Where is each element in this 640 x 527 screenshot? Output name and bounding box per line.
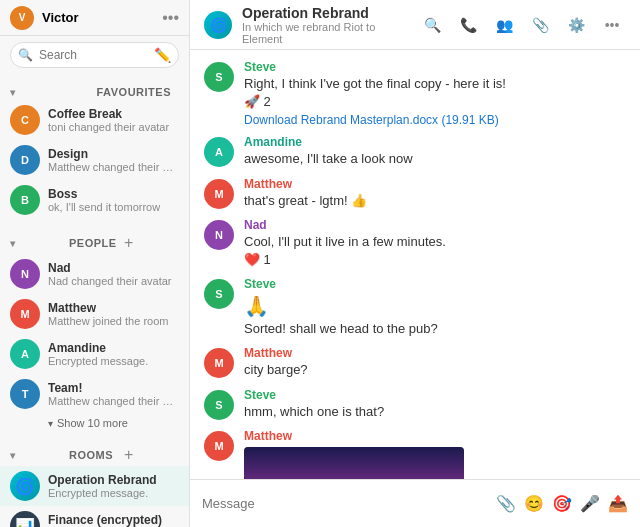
message-link[interactable]: Download Rebrand Masterplan.docx (19.91 …	[244, 113, 626, 127]
sidebar-item-operation-rebrand[interactable]: 🌀 Operation Rebrand Encrypted message.	[0, 466, 189, 506]
image-placeholder	[244, 447, 464, 479]
message-group: S Steve hmm, which one is that?	[204, 388, 626, 421]
sidebar-item-matthew[interactable]: M Matthew Matthew joined the room	[0, 294, 189, 334]
message-text: city barge?	[244, 361, 626, 379]
team-sub: Matthew changed their avatar	[48, 395, 179, 407]
design-sub: Matthew changed their avatar	[48, 161, 179, 173]
message-avatar: M	[204, 431, 234, 461]
message-text: 🙏	[244, 292, 626, 320]
message-sender: Matthew	[244, 429, 626, 443]
matthew-sub: Matthew joined the room	[48, 315, 179, 327]
add-people-icon[interactable]: +	[124, 234, 179, 252]
members-icon[interactable]: 👥	[490, 11, 518, 39]
message-group: S Steve 🙏 Sorted! shall we head to the p…	[204, 277, 626, 338]
boss-avatar: B	[10, 185, 40, 215]
settings-icon[interactable]: ⚙️	[562, 11, 590, 39]
add-room-icon[interactable]: +	[124, 446, 179, 464]
operation-rebrand-sub: Encrypted message.	[48, 487, 179, 499]
chat-input-bar: 📎 😊 🎯 🎤 📤	[190, 479, 640, 527]
sidebar: V Victor ••• 🔍 ✏️ ▾ FAVOURITES C Coffee …	[0, 0, 190, 527]
search-bar: 🔍 ✏️	[0, 36, 189, 74]
people-show-more[interactable]: ▾ Show 10 more	[0, 414, 189, 432]
user-avatar: V	[10, 6, 34, 30]
compose-icon[interactable]: ✏️	[154, 47, 171, 63]
message-avatar: M	[204, 179, 234, 209]
chat-header: 🌀 Operation Rebrand In which we rebrand …	[190, 0, 640, 50]
people-section: ▾ PEOPLE + N Nad Nad changed their avata…	[0, 222, 189, 434]
message-text: Right, I think I've got the final copy -…	[244, 75, 626, 93]
message-avatar: M	[204, 348, 234, 378]
message-group: M Matthew city barge?	[204, 346, 626, 379]
rooms-chevron-icon: ▾	[10, 450, 65, 461]
sidebar-item-boss[interactable]: B Boss ok, I'll send it tomorrow	[0, 180, 189, 220]
nad-name: Nad	[48, 261, 179, 275]
sidebar-scroll: ▾ FAVOURITES C Coffee Break toni changed…	[0, 74, 189, 527]
chat-header-actions: 🔍 📞 👥 📎 ⚙️ •••	[418, 11, 626, 39]
message-text: hmm, which one is that?	[244, 403, 626, 421]
search-chat-icon[interactable]: 🔍	[418, 11, 446, 39]
sidebar-item-nad[interactable]: N Nad Nad changed their avatar	[0, 254, 189, 294]
message-group: A Amandine awesome, I'll take a look now	[204, 135, 626, 168]
search-icon: 🔍	[18, 48, 33, 62]
rooms-section: ▾ ROOMS + 🌀 Operation Rebrand Encrypted …	[0, 434, 189, 527]
design-name: Design	[48, 147, 179, 161]
chat-title: Operation Rebrand	[242, 5, 418, 21]
coffee-break-avatar: C	[10, 105, 40, 135]
sidebar-item-amandine[interactable]: A Amandine Encrypted message.	[0, 334, 189, 374]
matthew-avatar: M	[10, 299, 40, 329]
people-show-more-label: Show 10 more	[57, 417, 128, 429]
operation-rebrand-avatar: 🌀	[10, 471, 40, 501]
favourites-header: ▾ FAVOURITES	[0, 82, 189, 100]
favourites-section: ▾ FAVOURITES C Coffee Break toni changed…	[0, 74, 189, 222]
people-chevron-icon: ▾	[10, 238, 65, 249]
chat-subtitle: In which we rebrand Riot to Element	[242, 21, 418, 45]
message-input[interactable]	[202, 496, 488, 511]
message-text: Cool, I'll put it live in a few minutes.	[244, 233, 626, 251]
send-icon[interactable]: 📤	[608, 494, 628, 513]
amandine-name: Amandine	[48, 341, 179, 355]
message-avatar: S	[204, 279, 234, 309]
message-avatar: N	[204, 220, 234, 250]
message-text: Sorted! shall we head to the pub?	[244, 320, 626, 338]
favourites-chevron-icon: ▾	[10, 87, 93, 98]
show-more-chevron-icon: ▾	[48, 418, 53, 429]
user-name: Victor	[42, 10, 162, 25]
message-sender: Matthew	[244, 346, 626, 360]
chat-area: 🌀 Operation Rebrand In which we rebrand …	[190, 0, 640, 527]
chat-room-avatar: 🌀	[204, 11, 232, 39]
voice-icon[interactable]: 🎤	[580, 494, 600, 513]
attachment-icon[interactable]: 📎	[496, 494, 516, 513]
message-sender: Matthew	[244, 177, 626, 191]
sticker-icon[interactable]: 🎯	[552, 494, 572, 513]
chat-messages: S Steve Right, I think I've got the fina…	[190, 50, 640, 479]
sidebar-item-team[interactable]: T Team! Matthew changed their avatar	[0, 374, 189, 414]
message-sender: Steve	[244, 277, 626, 291]
message-sender: Nad	[244, 218, 626, 232]
message-group: N Nad Cool, I'll put it live in a few mi…	[204, 218, 626, 269]
sidebar-item-design[interactable]: D Design Matthew changed their avatar	[0, 140, 189, 180]
overflow-menu-icon[interactable]: •••	[598, 11, 626, 39]
message-avatar: S	[204, 390, 234, 420]
emoji-icon[interactable]: 😊	[524, 494, 544, 513]
team-avatar: T	[10, 379, 40, 409]
finance-avatar: 📊	[10, 511, 40, 527]
message-sender: Amandine	[244, 135, 626, 149]
call-icon[interactable]: 📞	[454, 11, 482, 39]
nad-avatar: N	[10, 259, 40, 289]
coffee-break-sub: toni changed their avatar	[48, 121, 179, 133]
team-name: Team!	[48, 381, 179, 395]
message-sender: Steve	[244, 388, 626, 402]
message-text: 🚀 2	[244, 93, 626, 111]
sidebar-item-finance[interactable]: 📊 Finance (encrypted) You changed the ro…	[0, 506, 189, 527]
design-avatar: D	[10, 145, 40, 175]
coffee-break-name: Coffee Break	[48, 107, 179, 121]
header-menu-icon[interactable]: •••	[162, 9, 179, 27]
matthew-name: Matthew	[48, 301, 179, 315]
message-group: M Matthew that's great - lgtm! 👍	[204, 177, 626, 210]
rooms-header: ▾ ROOMS +	[0, 442, 189, 466]
message-avatar: S	[204, 62, 234, 92]
people-header: ▾ PEOPLE +	[0, 230, 189, 254]
files-icon[interactable]: 📎	[526, 11, 554, 39]
sidebar-item-coffee-break[interactable]: C Coffee Break toni changed their avatar	[0, 100, 189, 140]
message-text: ❤️ 1	[244, 251, 626, 269]
